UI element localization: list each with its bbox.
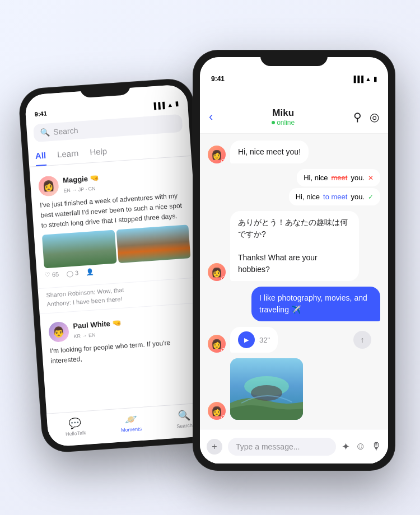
strikethrough-text: meet [332, 174, 348, 182]
translate-icon[interactable]: ✦ [342, 441, 350, 453]
chat-header-info: Miku online [220, 107, 347, 127]
miku-avatar-3: 👩 [208, 263, 226, 281]
msg-bubble-1: Hi, nice meet you! [230, 141, 309, 163]
search-label: Search [176, 422, 193, 429]
online-indicator [221, 159, 226, 163]
post-image-road [42, 230, 116, 269]
tab-help[interactable]: Help [89, 142, 108, 162]
miku-avatar-1: 👩 [208, 146, 226, 163]
chat-header-icons: ⚲ ◎ [353, 110, 379, 124]
avatar-paul: 👨 [48, 321, 69, 343]
battery-icon: ▮ [175, 100, 179, 107]
front-signal-icon: ▐▐▐ [352, 76, 363, 82]
back-phone-screen: 9:41 ▐▐▐ ▲ ▮ 🔍 Search All Learn Help [24, 84, 211, 447]
back-status-time: 9:41 [34, 110, 47, 118]
front-phone-screen: 9:41 ▐▐▐ ▲ ▮ ‹ Miku online ⚲ [200, 57, 388, 464]
msg-row-voice: 👩 ▶ 32" ↑ [208, 327, 380, 353]
contact-status: online [220, 119, 347, 127]
correction-group: Hi, nice meet you. ✕ Hi, nice to meet yo… [289, 169, 380, 205]
message-input[interactable]: Type a message... [228, 438, 336, 456]
msg-bubble-3: ありがとう！あなたの趣味は何ですか?Thanks! What are your … [230, 211, 359, 281]
correction-blue-text: to meet [323, 193, 347, 201]
chat-settings-icon[interactable]: ◎ [370, 110, 379, 124]
chat-search-icon[interactable]: ⚲ [353, 110, 362, 124]
scroll-up-button[interactable]: ↑ [353, 331, 371, 349]
post-langs-paul: KR → EN [73, 332, 96, 339]
hellotalk-icon: 💬 [68, 416, 81, 429]
share-action[interactable]: 👤 [86, 268, 95, 276]
front-status-time: 9:41 [211, 75, 225, 83]
play-button[interactable]: ▶ [238, 331, 255, 348]
avatar-maggie: 👩 [38, 175, 59, 196]
status-dot [272, 121, 275, 124]
search-tab-icon: 🔍 [178, 409, 190, 422]
msg-row-image: 👩 [208, 358, 380, 420]
voice-icon[interactable]: 🎙 [371, 441, 381, 452]
front-wifi-icon: ▲ [365, 76, 371, 82]
voice-duration: 32" [259, 336, 270, 344]
online-indicator-voice [221, 348, 226, 353]
input-action-icons: ✦ ☺ 🎙 [342, 441, 381, 453]
moments-label: Moments [121, 426, 142, 433]
add-attachment-button[interactable]: + [207, 439, 222, 455]
post-user-info-paul: Paul White 🤜 KR → EN [73, 313, 196, 340]
chat-messages: 👩 Hi, nice meet you! Hi, nice meet you. … [200, 134, 388, 464]
post-card-maggie: 👩 Maggie 🤜 EN → JP · CN I've just finish… [30, 161, 199, 285]
hellotalk-label: HelloTalk [66, 429, 86, 437]
post-langs-maggie: EN → JP · CN [63, 185, 96, 193]
correction-wrong: Hi, nice meet you. ✕ [297, 169, 380, 186]
miku-avatar-image: 👩 [208, 402, 226, 420]
post-images-maggie [42, 224, 191, 268]
tab-learn[interactable]: Learn [57, 144, 80, 165]
back-button[interactable]: ‹ [209, 110, 213, 124]
emoji-icon[interactable]: ☺ [356, 441, 366, 452]
comment-action[interactable]: ◯ 3 [67, 269, 79, 277]
post-username-paul: Paul White 🤜 [73, 313, 195, 330]
post-user-info-maggie: Maggie 🤜 EN → JP · CN [63, 167, 186, 194]
tab-hellotalk[interactable]: 💬 HelloTalk [64, 416, 86, 437]
svg-point-2 [251, 385, 282, 401]
contact-name: Miku [220, 107, 347, 119]
like-action[interactable]: ♡ 65 [44, 271, 59, 279]
tab-moments[interactable]: 🪐 Moments [120, 413, 142, 433]
front-notch [260, 50, 328, 66]
msg-bubble-4: I like photography, movies, and travelin… [251, 287, 380, 321]
chat-header: ‹ Miku online ⚲ ◎ [200, 87, 388, 134]
online-indicator-image [221, 415, 226, 420]
tab-all[interactable]: All [35, 146, 47, 166]
wifi-icon: ▲ [167, 101, 174, 108]
back-phone: 9:41 ▐▐▐ ▲ ▮ 🔍 Search All Learn Help [18, 78, 217, 453]
msg-row-correction: Hi, nice meet you. ✕ Hi, nice to meet yo… [208, 169, 380, 205]
back-status-icons: ▐▐▐ ▲ ▮ [151, 100, 179, 109]
check-icon: ✓ [368, 193, 374, 201]
post-username-maggie: Maggie 🤜 [63, 167, 185, 184]
post-card-paul: 👨 Paul White 🤜 KR → EN I'm looking for p… [40, 306, 206, 377]
x-icon: ✕ [368, 174, 374, 182]
moments-icon: 🪐 [124, 413, 137, 425]
voice-message: ▶ 32" [230, 327, 278, 353]
back-search-label: Search [53, 126, 78, 137]
chat-input-bar: + Type a message... ✦ ☺ 🎙 [200, 429, 388, 464]
tab-search[interactable]: 🔍 Search [175, 409, 193, 429]
front-phone: 9:41 ▐▐▐ ▲ ▮ ‹ Miku online ⚲ [193, 50, 395, 470]
post-image-house [116, 224, 190, 263]
chat-image[interactable] [230, 358, 303, 420]
online-indicator-3 [221, 277, 226, 281]
msg-row-1: 👩 Hi, nice meet you! [208, 141, 380, 163]
msg-row-4: I like photography, movies, and travelin… [208, 287, 380, 321]
back-search-icon: 🔍 [40, 128, 50, 137]
back-bottom-tab-bar: 💬 HelloTalk 🪐 Moments 🔍 Search [46, 402, 211, 447]
miku-avatar-voice: 👩 [208, 335, 226, 353]
correction-right: Hi, nice to meet you. ✓ [289, 188, 380, 205]
post-text-maggie: I've just finished a week of adventures … [40, 190, 188, 230]
msg-row-3: 👩 ありがとう！あなたの趣味は何ですか?Thanks! What are you… [208, 211, 380, 281]
front-battery-icon: ▮ [374, 76, 377, 83]
front-status-icons: ▐▐▐ ▲ ▮ [352, 76, 377, 83]
signal-icon: ▐▐▐ [152, 101, 165, 109]
